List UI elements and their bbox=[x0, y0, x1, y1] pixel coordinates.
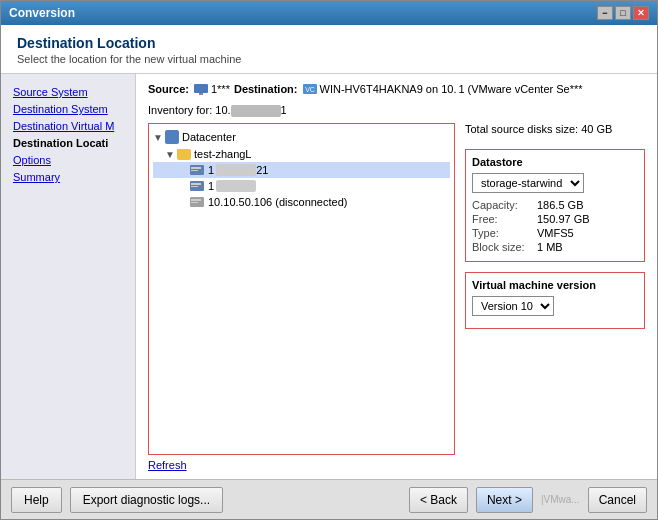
tree-label-host2: 1 bbox=[208, 180, 214, 192]
titlebar-buttons: − □ ✕ bbox=[597, 6, 649, 20]
svg-rect-8 bbox=[191, 183, 201, 185]
sidebar-item-source-system[interactable]: Source System bbox=[9, 84, 127, 100]
type-label: Type: bbox=[472, 227, 537, 239]
minimize-button[interactable]: − bbox=[597, 6, 613, 20]
computer-icon bbox=[193, 83, 209, 95]
footer: Help Export diagnostic logs... < Back Ne… bbox=[1, 479, 657, 519]
sidebar-item-destination-system[interactable]: Destination System bbox=[9, 101, 127, 117]
main-panel: Source: 1*** Destination: VC WIN-HV6T4HA… bbox=[136, 74, 657, 479]
maximize-button[interactable]: □ bbox=[615, 6, 631, 20]
window-title: Conversion bbox=[9, 6, 597, 20]
sidebar-item-options[interactable]: Options bbox=[9, 152, 127, 168]
datastore-select[interactable]: storage-starwind bbox=[472, 173, 584, 193]
tree-item-folder[interactable]: ▼ test-zhangL bbox=[153, 146, 450, 162]
svg-rect-9 bbox=[191, 186, 198, 187]
total-size-row: Total source disks size: 40 GB bbox=[465, 123, 645, 135]
inventory-row: Inventory for: 10. 1 bbox=[148, 104, 645, 117]
sidebar: Source System Destination System Destina… bbox=[1, 74, 136, 479]
right-panel: Total source disks size: 40 GB Datastore… bbox=[465, 123, 645, 471]
panels-row: ▼ Datacenter ▼ test-zhangL bbox=[148, 123, 645, 471]
tree-item-disconnected[interactable]: 10.10.50.106 (disconnected) bbox=[153, 194, 450, 210]
conversion-window: Conversion − □ ✕ Destination Location Se… bbox=[0, 0, 658, 520]
sidebar-item-destination-virtual[interactable]: Destination Virtual M bbox=[9, 118, 127, 134]
total-size-label: Total source disks size: bbox=[465, 123, 578, 135]
expand-arrow-folder: ▼ bbox=[165, 149, 175, 160]
destination-value-row: VC WIN-HV6T4HAKNA9 on 10. 1 (VMware vCen… bbox=[302, 82, 583, 96]
source-computer-icon: 1*** bbox=[193, 83, 230, 95]
cancel-button[interactable]: Cancel bbox=[588, 487, 647, 513]
datastore-box: Datastore storage-starwind Capacity: 186… bbox=[465, 149, 645, 262]
datacenter-icon bbox=[165, 130, 179, 144]
source-value: 1*** bbox=[211, 83, 230, 95]
tree-item-host2[interactable]: 1 bbox=[153, 178, 450, 194]
tree-label-disconnected: 10.10.50.106 (disconnected) bbox=[208, 196, 347, 208]
block-value: 1 MB bbox=[537, 241, 563, 253]
tree-label-datacenter: Datacenter bbox=[182, 131, 236, 143]
host-icon bbox=[189, 164, 205, 176]
capacity-label: Capacity: bbox=[472, 199, 537, 211]
sidebar-item-destination-location[interactable]: Destination Locati bbox=[9, 135, 127, 151]
destination-label: Destination: bbox=[234, 83, 298, 95]
tree-item-host1[interactable]: 1 21 bbox=[153, 162, 450, 178]
capacity-value: 186.5 GB bbox=[537, 199, 583, 211]
svg-rect-6 bbox=[191, 170, 198, 171]
svg-rect-11 bbox=[191, 199, 201, 201]
header-area: Destination Location Select the location… bbox=[1, 25, 657, 74]
datastore-title: Datastore bbox=[472, 156, 638, 168]
host2-icon bbox=[189, 180, 205, 192]
back-button[interactable]: < Back bbox=[409, 487, 468, 513]
content-area: Source System Destination System Destina… bbox=[1, 74, 657, 479]
vm-version-title: Virtual machine version bbox=[472, 279, 638, 291]
source-label: Source: bbox=[148, 83, 189, 95]
datastore-select-row: storage-starwind bbox=[472, 173, 638, 193]
expand-arrow: ▼ bbox=[153, 132, 163, 143]
sidebar-item-summary[interactable]: Summary bbox=[9, 169, 127, 185]
type-value: VMFS5 bbox=[537, 227, 574, 239]
svg-rect-0 bbox=[194, 84, 208, 93]
vm-version-select[interactable]: Version 10 Version 9 Version 8 bbox=[472, 296, 554, 316]
page-title: Destination Location bbox=[17, 35, 641, 51]
page-subtitle: Select the location for the new virtual … bbox=[17, 53, 641, 65]
type-row: Type: VMFS5 bbox=[472, 227, 638, 239]
inventory-label: Inventory for: bbox=[148, 104, 212, 116]
footer-separator: |VMwa... bbox=[541, 494, 580, 505]
vm-version-box: Virtual machine version Version 10 Versi… bbox=[465, 272, 645, 329]
total-size-value: 40 GB bbox=[581, 123, 612, 135]
export-button[interactable]: Export diagnostic logs... bbox=[70, 487, 223, 513]
svg-rect-5 bbox=[191, 167, 201, 169]
svg-rect-12 bbox=[191, 202, 198, 203]
next-button[interactable]: Next > bbox=[476, 487, 533, 513]
refresh-link[interactable]: Refresh bbox=[148, 459, 455, 471]
free-label: Free: bbox=[472, 213, 537, 225]
disconnected-icon bbox=[189, 196, 205, 208]
inventory-value: 10. 1 bbox=[215, 104, 286, 116]
close-button[interactable]: ✕ bbox=[633, 6, 649, 20]
capacity-row: Capacity: 186.5 GB bbox=[472, 199, 638, 211]
block-row: Block size: 1 MB bbox=[472, 241, 638, 253]
svg-rect-1 bbox=[199, 93, 203, 95]
tree-panel[interactable]: ▼ Datacenter ▼ test-zhangL bbox=[148, 123, 455, 455]
help-button[interactable]: Help bbox=[11, 487, 62, 513]
tree-section: ▼ Datacenter ▼ test-zhangL bbox=[148, 123, 455, 471]
destination-suffix: 1 (VMware vCenter Se*** bbox=[458, 83, 582, 95]
free-row: Free: 150.97 GB bbox=[472, 213, 638, 225]
destination-value: WIN-HV6T4HAKNA9 on 10. bbox=[320, 83, 457, 95]
free-value: 150.97 GB bbox=[537, 213, 590, 225]
tree-label-folder: test-zhangL bbox=[194, 148, 251, 160]
titlebar: Conversion − □ ✕ bbox=[1, 1, 657, 25]
tree-item-datacenter[interactable]: ▼ Datacenter bbox=[153, 128, 450, 146]
tree-label-host1: 1 bbox=[208, 164, 214, 176]
block-label: Block size: bbox=[472, 241, 537, 253]
vcenter-icon: VC bbox=[302, 82, 318, 96]
folder-icon bbox=[177, 149, 191, 160]
svg-text:VC: VC bbox=[305, 86, 315, 93]
vm-version-select-row: Version 10 Version 9 Version 8 bbox=[472, 296, 638, 316]
source-bar: Source: 1*** Destination: VC WIN-HV6T4HA… bbox=[148, 82, 645, 96]
